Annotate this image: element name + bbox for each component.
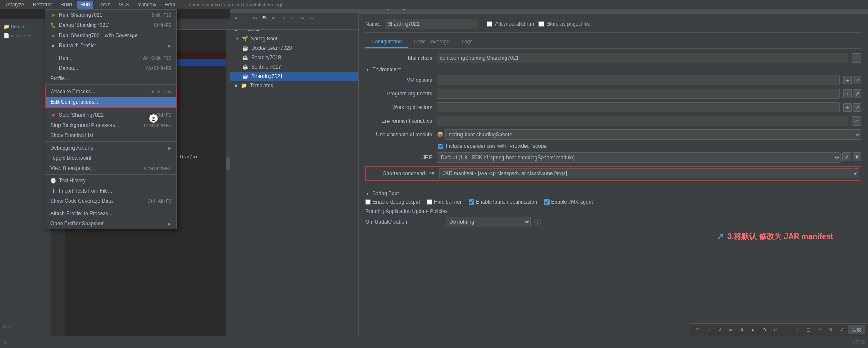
menu-window[interactable]: Window bbox=[134, 1, 159, 9]
tree-sharding[interactable]: ☕ Sharding7021 bbox=[230, 72, 360, 81]
ctx-run-coverage[interactable]: ▶ Run 'Sharding7021' with Coverage bbox=[45, 30, 176, 40]
tool-triangle[interactable]: ▲ bbox=[748, 325, 758, 334]
vertical-scrollbar[interactable] bbox=[226, 30, 230, 348]
ctx-run-sharding[interactable]: ▶ Run 'Sharding7021' Shift+F10 bbox=[45, 10, 176, 20]
vm-plus-btn[interactable]: + bbox=[843, 76, 852, 84]
sidebar-project-label[interactable]: 📁 DemoC... bbox=[3, 22, 48, 31]
ctx-debug-actions[interactable]: Debugging Actions ▶ bbox=[45, 143, 176, 153]
docker-icon: ☕ bbox=[242, 45, 249, 51]
enable-debug-checkbox[interactable] bbox=[365, 199, 371, 205]
tree-sentinel[interactable]: ☕ Sentinel7017 bbox=[230, 62, 360, 72]
ctx-debug-any[interactable]: Debug... Alt+Shift+F9 bbox=[45, 63, 176, 73]
ctx-debug-sharding[interactable]: 🐛 Debug 'Sharding7021' Shift+F9 bbox=[45, 20, 176, 30]
name-input[interactable] bbox=[385, 19, 478, 29]
store-project-checkbox[interactable] bbox=[538, 21, 544, 27]
tool-circle[interactable]: ○ bbox=[704, 325, 713, 334]
tool-star[interactable]: ☆ bbox=[815, 325, 824, 334]
hide-banner-checkbox[interactable] bbox=[427, 199, 432, 205]
ctx-attach-profiler[interactable]: Attach Profiler to Process... bbox=[45, 208, 176, 219]
menu-help[interactable]: Help bbox=[161, 1, 179, 9]
tab-logs[interactable]: Logs bbox=[455, 36, 478, 48]
springboot-section-header[interactable]: ▼ Spring Boot bbox=[365, 190, 861, 196]
environment-section[interactable]: ▼ Environment bbox=[365, 66, 861, 72]
tree-security[interactable]: ☕ Security7018 bbox=[230, 53, 360, 62]
enable-jmx-checkbox[interactable] bbox=[544, 199, 550, 205]
tool-undo[interactable]: ↩ bbox=[770, 325, 780, 334]
tab-code-coverage[interactable]: Code Coverage bbox=[408, 36, 455, 48]
tool-text[interactable]: A bbox=[737, 325, 746, 334]
ctx-view-bp[interactable]: View Breakpoints... Ctrl+Shift+F8 bbox=[45, 163, 176, 173]
ctx-run-profiler[interactable]: ▶ Run with Profiler ▶ bbox=[45, 40, 176, 51]
ctx-run-any[interactable]: Run... Alt+Shift+F10 bbox=[45, 53, 176, 63]
ctx-coverage-data[interactable]: Show Code Coverage Data Ctrl+Alt+F6 bbox=[45, 196, 176, 206]
tool-arrow[interactable]: ↗ bbox=[715, 325, 724, 334]
menu-tools[interactable]: Tools bbox=[95, 1, 114, 9]
tool-download[interactable]: ↓ bbox=[793, 325, 802, 334]
coverage-icon: ▶ bbox=[50, 32, 56, 38]
tool-check[interactable]: ✓ bbox=[837, 325, 846, 334]
tool-pen[interactable]: ✏ bbox=[726, 325, 735, 334]
args-plus-btn[interactable]: + bbox=[843, 89, 852, 98]
scrollbar-thumb[interactable] bbox=[226, 157, 230, 170]
sidebar-module-label[interactable]: 📄 module-le... bbox=[3, 31, 48, 40]
working-dir-input[interactable] bbox=[437, 102, 840, 112]
sidebar-bottom: ⚙ ⚙ bbox=[0, 321, 51, 331]
ctx-attach-process[interactable]: Attach to Process... Ctrl+Alt+F5 bbox=[46, 86, 176, 97]
tool-rect2[interactable]: ◻ bbox=[804, 325, 813, 334]
store-project-label: Store as project file bbox=[547, 21, 590, 27]
ctx-show-running[interactable]: Show Running List bbox=[45, 130, 176, 141]
tree-spring-boot[interactable]: ▼ 🌱 Spring Boot bbox=[230, 34, 360, 43]
on-update-help[interactable]: ? bbox=[534, 219, 541, 225]
jre-more-btn[interactable]: ▼ bbox=[853, 152, 861, 161]
tree-templates[interactable]: ▶ 📁 Templates bbox=[230, 81, 360, 90]
jre-browse-btn[interactable]: ⤢ bbox=[842, 152, 851, 161]
tool-rect[interactable]: □ bbox=[693, 325, 702, 334]
ctx-import-tests[interactable]: ⬆ Import Tests from File... bbox=[45, 186, 176, 196]
workdir-plus-btn[interactable]: + bbox=[843, 103, 852, 112]
menu-build[interactable]: Build bbox=[57, 1, 75, 9]
on-update-select[interactable]: Do nothing Update classes and resources … bbox=[446, 217, 531, 227]
ctx-test-history[interactable]: 🕐 Test History bbox=[45, 175, 176, 186]
ctx-profiler-label: Run with Profiler bbox=[59, 43, 96, 49]
workdir-expand-btn[interactable]: ⤢ bbox=[853, 103, 861, 112]
ctx-debug-any-label: Debug... bbox=[59, 65, 78, 71]
step2-badge: 2 bbox=[149, 114, 158, 123]
tool-target[interactable]: ⊙ bbox=[759, 325, 769, 334]
vm-options-input[interactable] bbox=[437, 75, 840, 85]
tool-close[interactable]: ✕ bbox=[826, 325, 835, 334]
program-args-input[interactable] bbox=[437, 89, 840, 99]
menu-vcs[interactable]: VCS bbox=[116, 1, 133, 9]
finish-btn[interactable]: 完成 bbox=[848, 325, 865, 334]
env-vars-browse-btn[interactable]: ⤢ bbox=[852, 116, 861, 126]
jre-select[interactable]: Default (1.8 - SDK of 'spring-boot-shard… bbox=[437, 152, 841, 163]
main-class-browse-btn[interactable]: ⋯ bbox=[852, 53, 861, 63]
ctx-profile-any[interactable]: Profile... bbox=[45, 73, 176, 83]
args-expand-btn[interactable]: ⤢ bbox=[853, 89, 861, 98]
ctx-toggle-bp[interactable]: Toggle Breakpoint bbox=[45, 153, 176, 163]
menu-bar: Analyze Refactor Build Run Tools VCS Win… bbox=[0, 0, 868, 9]
ctx-open-snapshot[interactable]: Open Profiler Snapshot ▶ bbox=[45, 219, 176, 229]
env-vars-input[interactable] bbox=[437, 116, 848, 126]
jre-label: JRE: bbox=[365, 155, 434, 161]
shorten-cmd-select[interactable]: JAR manifest - java -cp classpath.jar cl… bbox=[439, 168, 859, 178]
main-class-input[interactable] bbox=[437, 53, 848, 63]
enable-launch-checkbox[interactable] bbox=[469, 199, 474, 205]
allow-parallel-checkbox[interactable] bbox=[487, 21, 492, 27]
spring-boot-label: Spring Boot bbox=[251, 36, 278, 42]
stop-icon: ■ bbox=[50, 112, 56, 118]
vm-options-label: VM options: bbox=[365, 77, 434, 83]
sidebar-settings[interactable]: ⚙ ⚙ bbox=[3, 323, 48, 329]
tool-resize[interactable]: ↔ bbox=[781, 325, 791, 334]
include-deps-checkbox[interactable] bbox=[438, 144, 443, 149]
menu-refactor[interactable]: Refactor bbox=[29, 1, 55, 9]
ctx-stop-bg-shortcut: Ctrl+Shift+F2 bbox=[144, 123, 171, 128]
vm-expand-btn[interactable]: ⤢ bbox=[853, 76, 861, 84]
classpath-select[interactable]: spring-boot-shardingSphere bbox=[445, 129, 861, 140]
tree-docker[interactable]: ☕ DockerLearn7020 bbox=[230, 43, 360, 53]
ctx-stop-bg[interactable]: Stop Background Processes... Ctrl+Shift+… bbox=[45, 120, 176, 130]
tab-configuration[interactable]: Configuration bbox=[365, 36, 408, 48]
security-label: Security7018 bbox=[251, 55, 281, 60]
menu-run[interactable]: Run bbox=[77, 1, 93, 9]
menu-analyze[interactable]: Analyze bbox=[3, 1, 28, 9]
ctx-edit-config[interactable]: Edit Configurations... bbox=[46, 97, 176, 107]
